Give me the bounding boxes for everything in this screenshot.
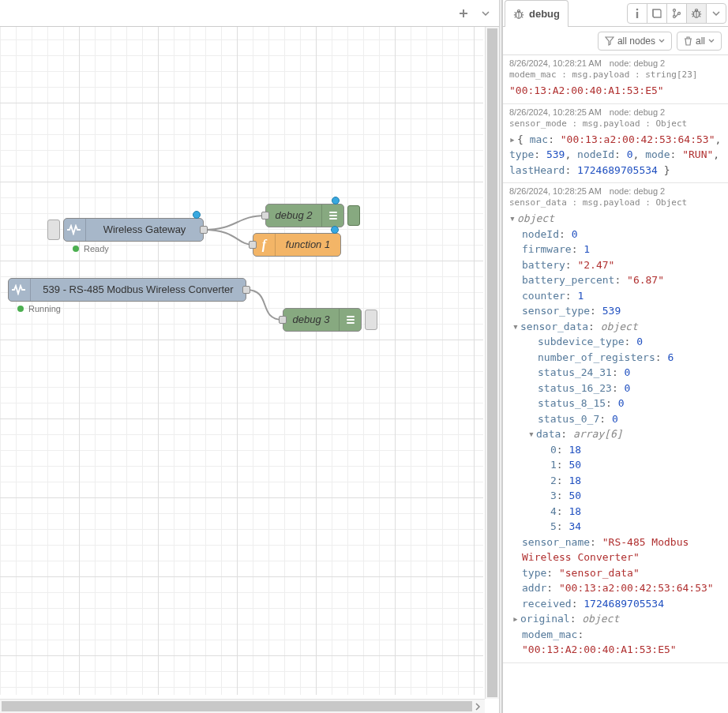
horizontal-scrollbar[interactable] [0, 699, 485, 713]
expand-icon[interactable]: ▸ [512, 611, 520, 627]
sidebar-tab-bar: debug [503, 0, 728, 27]
debug-message[interactable]: 8/26/2024, 10:28:25 AM node: debug 2 sen… [503, 183, 728, 663]
filter-icon [605, 36, 614, 46]
message-topic: sensor_mode : msg.payload : Object [509, 118, 723, 129]
svg-rect-3 [636, 12, 638, 18]
debug-button[interactable] [686, 3, 707, 24]
debug-2-label: debug 2 [266, 205, 321, 227]
message-node-name: node: debug 2 [610, 58, 665, 68]
filter-button[interactable]: all nodes [598, 32, 672, 51]
debug-3-toggle[interactable] [365, 310, 377, 330]
debug-tab-label: debug [529, 8, 560, 20]
expand-icon[interactable]: ▸ [509, 132, 517, 148]
bug-icon [513, 9, 524, 20]
connection-dot [331, 226, 339, 234]
sidebar-view-buttons [628, 3, 726, 24]
message-payload: ▸{ mac: "00:13:a2:00:42:53:64:53", type:… [509, 132, 723, 178]
inject-539-node[interactable]: 539 - RS-485 Modbus Wireless Converter [8, 278, 246, 302]
message-topic: modem_mac : msg.payload : string[23] [509, 69, 723, 80]
branch-icon [671, 8, 682, 19]
debug-2-toggle[interactable] [347, 205, 360, 226]
message-payload: ▾object nodeId: 0 firmware: 1 battery: "… [509, 211, 723, 658]
inject-539-status-text: Running [28, 304, 61, 313]
svg-point-2 [636, 8, 639, 10]
pulse-icon [9, 279, 31, 301]
info-icon [632, 8, 642, 19]
chevron-down-icon [708, 39, 715, 43]
collapse-icon[interactable]: ▾ [509, 211, 517, 227]
debug-2-node[interactable]: debug 2 [265, 204, 344, 227]
status-dot-icon [73, 246, 79, 252]
horizontal-scroll-thumb[interactable] [2, 701, 472, 711]
debug-2-input-port[interactable] [261, 212, 269, 220]
vertical-scrollbar[interactable] [485, 27, 499, 699]
message-timestamp: 8/26/2024, 10:28:21 AM [509, 58, 602, 68]
connection-dot [332, 197, 340, 205]
collapse-icon[interactable]: ▾ [528, 426, 536, 442]
flow-canvas[interactable]: Wireless Gateway Ready debug 2 [0, 27, 483, 695]
bars-icon [339, 309, 361, 331]
scroll-right-arrow-icon[interactable] [471, 700, 485, 713]
gateway-output-port[interactable] [200, 226, 208, 234]
wireless-gateway-node[interactable]: Wireless Gateway [63, 218, 204, 242]
inject-539-status: Running [17, 304, 61, 313]
history-button[interactable] [666, 3, 687, 24]
debug-message[interactable]: 8/26/2024, 10:28:21 AM node: debug 2 mod… [503, 55, 728, 104]
flow-canvas-wrapper: Wireless Gateway Ready debug 2 [0, 27, 499, 713]
debug-toolbar: all nodes all [503, 27, 728, 55]
message-value: "00:13:A2:00:40:A1:53:E5" [509, 84, 664, 96]
gateway-status: Ready [73, 244, 109, 253]
bug-icon [691, 8, 702, 19]
function-1-input-port[interactable] [249, 241, 257, 249]
debug-3-node[interactable]: debug 3 [283, 308, 362, 332]
add-tab-button[interactable] [453, 3, 474, 24]
inject-539-output-port[interactable] [242, 286, 250, 294]
gateway-left-handle[interactable] [47, 220, 60, 240]
gateway-label: Wireless Gateway [86, 219, 203, 241]
clear-label: all [696, 36, 705, 47]
vertical-scroll-thumb[interactable] [487, 28, 497, 697]
pulse-icon [64, 219, 86, 241]
inject-539-label: 539 - RS-485 Modbus Wireless Converter [31, 279, 246, 301]
book-icon [651, 8, 662, 19]
status-dot-icon [17, 306, 24, 312]
debug-tab[interactable]: debug [505, 0, 569, 27]
message-timestamp: 8/26/2024, 10:28:25 AM [509, 186, 602, 196]
debug-3-input-port[interactable] [279, 316, 287, 324]
bars-icon [321, 205, 343, 227]
gateway-status-text: Ready [84, 244, 109, 253]
editor-header [0, 0, 499, 27]
debug-sidebar: debug [502, 0, 728, 713]
chevron-down-icon [659, 39, 665, 43]
message-node-name: node: debug 2 [610, 186, 665, 196]
filter-label: all nodes [617, 36, 655, 47]
help-button[interactable] [647, 3, 667, 24]
trash-icon [684, 36, 692, 46]
collapse-icon[interactable]: ▾ [512, 319, 520, 335]
message-topic: sensor_data : msg.payload : Object [509, 197, 723, 208]
function-1-node[interactable]: f function 1 [253, 233, 341, 257]
editor-menu-button[interactable] [475, 3, 496, 24]
debug-message[interactable]: 8/26/2024, 10:28:25 AM node: debug 2 sen… [503, 104, 728, 184]
debug-messages[interactable]: 8/26/2024, 10:28:21 AM node: debug 2 mod… [503, 55, 728, 713]
chevron-down-icon [712, 11, 720, 16]
svg-point-4 [674, 9, 676, 11]
message-node-name: node: debug 2 [610, 107, 665, 117]
clear-button[interactable]: all [677, 32, 722, 51]
function-icon: f [253, 234, 276, 256]
info-button[interactable] [627, 3, 647, 24]
function-1-label: function 1 [276, 234, 340, 256]
message-timestamp: 8/26/2024, 10:28:25 AM [509, 107, 602, 117]
debug-3-label: debug 3 [283, 309, 339, 331]
sidebar-menu-button[interactable] [706, 3, 726, 24]
connection-dot [193, 211, 201, 219]
flow-editor: Wireless Gateway Ready debug 2 [0, 0, 499, 713]
